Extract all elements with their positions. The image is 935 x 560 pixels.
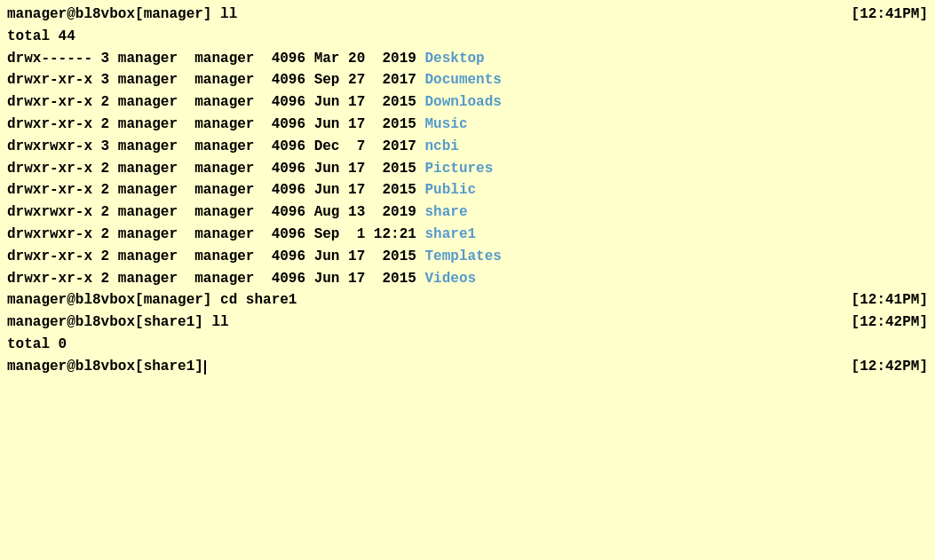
cursor [204, 360, 206, 375]
terminal-line-cmd3: manager@bl8vbox[share1] ll[12:42PM] [7, 312, 928, 334]
terminal-line-dir4: drwxr-xr-x 2 manager manager 4096 Jun 17… [7, 114, 928, 136]
line-content-dir6: drwxr-xr-x 2 manager manager 4096 Jun 17… [7, 158, 493, 180]
line-content-dir8: drwxrwxr-x 2 manager manager 4096 Aug 13… [7, 201, 468, 224]
dir-name-dir3: Downloads [424, 94, 501, 110]
line-prefix-dir6: drwxr-xr-x 2 manager manager 4096 Jun 17… [7, 161, 424, 177]
line-content-total1: total 44 [7, 26, 75, 48]
line-content-dir10: drwxr-xr-x 2 manager manager 4096 Jun 17… [7, 246, 502, 268]
line-content-cmd3: manager@bl8vbox[share1] ll [7, 312, 229, 334]
dir-name-dir8: share [424, 204, 467, 220]
terminal-line-dir5: drwxrwxr-x 3 manager manager 4096 Dec 7 … [7, 136, 928, 158]
line-content-total2: total 0 [7, 334, 67, 356]
line-content-dir2: drwxr-xr-x 3 manager manager 4096 Sep 27… [7, 69, 502, 91]
terminal-line-dir10: drwxr-xr-x 2 manager manager 4096 Jun 17… [7, 246, 928, 268]
terminal-line-prompt: manager@bl8vbox[share1][12:42PM] [7, 356, 928, 378]
line-content-dir3: drwxr-xr-x 2 manager manager 4096 Jun 17… [7, 91, 502, 114]
dir-name-dir9: share1 [424, 226, 476, 242]
line-prefix-dir9: drwxrwxr-x 2 manager manager 4096 Sep 1 … [7, 226, 424, 242]
terminal-line-cmd1: manager@bl8vbox[manager] ll[12:41PM] [7, 4, 928, 26]
line-prefix-dir8: drwxrwxr-x 2 manager manager 4096 Aug 13… [7, 204, 424, 220]
line-prefix-dir1: drwx------ 3 manager manager 4096 Mar 20… [7, 51, 424, 67]
terminal-line-total1: total 44 [7, 26, 928, 48]
terminal-line-dir1: drwx------ 3 manager manager 4096 Mar 20… [7, 48, 928, 70]
line-prefix-dir2: drwxr-xr-x 3 manager manager 4096 Sep 27… [7, 72, 424, 88]
line-prefix-dir7: drwxr-xr-x 2 manager manager 4096 Jun 17… [7, 182, 424, 198]
line-content-cmd1: manager@bl8vbox[manager] ll [7, 4, 237, 26]
timestamp-cmd2: [12:41PM] [852, 289, 928, 312]
line-content-dir11: drwxr-xr-x 2 manager manager 4096 Jun 17… [7, 268, 476, 290]
terminal-line-dir7: drwxr-xr-x 2 manager manager 4096 Jun 17… [7, 179, 928, 201]
dir-name-dir6: Pictures [424, 161, 493, 177]
timestamp-cmd1: [12:41PM] [852, 4, 928, 26]
terminal[interactable]: manager@bl8vbox[manager] ll[12:41PM]tota… [0, 0, 935, 560]
dir-name-dir10: Templates [424, 248, 501, 264]
line-content-cmd2: manager@bl8vbox[manager] cd share1 [7, 289, 297, 312]
terminal-line-total2: total 0 [7, 334, 928, 356]
line-prefix-dir5: drwxrwxr-x 3 manager manager 4096 Dec 7 … [7, 138, 424, 154]
terminal-line-dir6: drwxr-xr-x 2 manager manager 4096 Jun 17… [7, 158, 928, 180]
line-prefix-dir4: drwxr-xr-x 2 manager manager 4096 Jun 17… [7, 116, 424, 132]
terminal-line-dir8: drwxrwxr-x 2 manager manager 4096 Aug 13… [7, 201, 928, 224]
line-prefix-dir11: drwxr-xr-x 2 manager manager 4096 Jun 17… [7, 271, 424, 287]
dir-name-dir1: Desktop [424, 51, 484, 67]
dir-name-dir11: Videos [424, 271, 476, 287]
terminal-line-dir3: drwxr-xr-x 2 manager manager 4096 Jun 17… [7, 91, 928, 114]
dir-name-dir7: Public [424, 182, 476, 198]
line-prefix-dir3: drwxr-xr-x 2 manager manager 4096 Jun 17… [7, 94, 424, 110]
terminal-line-dir9: drwxrwxr-x 2 manager manager 4096 Sep 1 … [7, 224, 928, 246]
line-content-prompt: manager@bl8vbox[share1] [7, 356, 206, 378]
dir-name-dir4: Music [424, 116, 467, 132]
line-content-dir7: drwxr-xr-x 2 manager manager 4096 Jun 17… [7, 179, 476, 201]
line-prefix-dir10: drwxr-xr-x 2 manager manager 4096 Jun 17… [7, 248, 424, 264]
dir-name-dir5: ncbi [424, 138, 458, 154]
terminal-line-cmd2: manager@bl8vbox[manager] cd share1[12:41… [7, 289, 928, 312]
timestamp-cmd3: [12:42PM] [852, 312, 928, 334]
line-content-dir1: drwx------ 3 manager manager 4096 Mar 20… [7, 48, 485, 70]
timestamp-prompt: [12:42PM] [852, 356, 928, 378]
dir-name-dir2: Documents [424, 72, 501, 88]
line-content-dir9: drwxrwxr-x 2 manager manager 4096 Sep 1 … [7, 224, 476, 246]
line-content-dir4: drwxr-xr-x 2 manager manager 4096 Jun 17… [7, 114, 468, 136]
terminal-line-dir2: drwxr-xr-x 3 manager manager 4096 Sep 27… [7, 69, 928, 91]
terminal-line-dir11: drwxr-xr-x 2 manager manager 4096 Jun 17… [7, 268, 928, 290]
line-content-dir5: drwxrwxr-x 3 manager manager 4096 Dec 7 … [7, 136, 459, 158]
